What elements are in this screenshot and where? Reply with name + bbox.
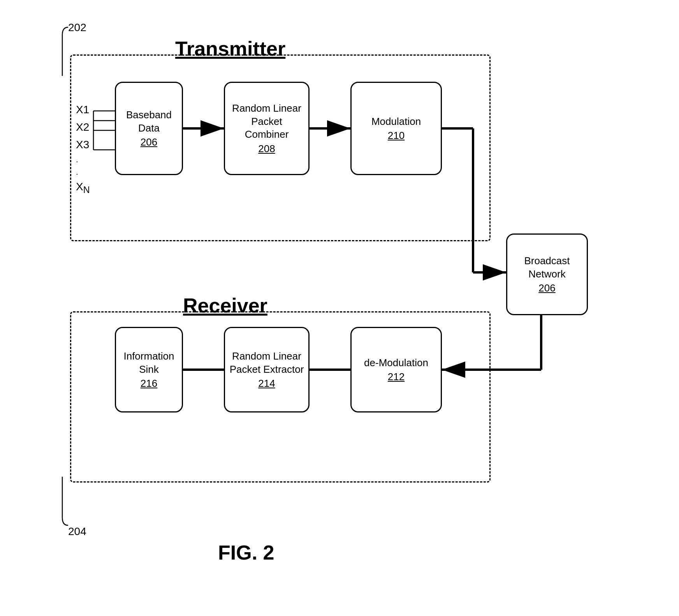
broadcast-network-box: Broadcast Network 206: [506, 233, 588, 315]
ref-202-label: 202: [68, 21, 86, 34]
information-sink-box: Information Sink 216: [115, 327, 183, 412]
diagram-container: 202 204 Transmitter X1 X2 X3 . . XN Base…: [31, 16, 639, 584]
fig-label: FIG. 2: [218, 541, 274, 564]
demodulation-box: de-Modulation 212: [350, 327, 442, 412]
receiver-title: Receiver: [183, 294, 267, 317]
random-linear-combiner-box: Random Linear Packet Combiner 208: [224, 82, 310, 175]
ref-204-label: 204: [68, 525, 86, 538]
baseband-data-box: Baseband Data 206: [115, 82, 183, 175]
transmitter-title: Transmitter: [175, 37, 285, 60]
modulation-box: Modulation 210: [350, 82, 442, 175]
input-labels: X1 X2 X3 . . XN: [76, 101, 90, 197]
random-linear-extractor-box: Random Linear Packet Extractor 214: [224, 327, 310, 412]
